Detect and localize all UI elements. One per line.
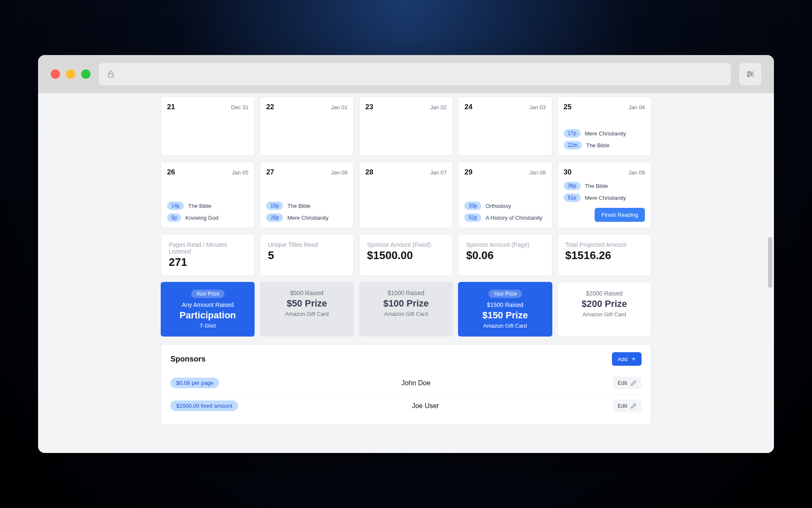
- minimize-window-button[interactable]: [66, 69, 75, 79]
- svg-point-6: [748, 75, 749, 77]
- prizes-grid: Your Prize Any Amount Raised Participati…: [161, 282, 651, 337]
- reading-title: Mere Christianity: [585, 195, 626, 201]
- prize-desc: Amazon Gift Card: [285, 311, 329, 317]
- day-number: 28: [365, 168, 373, 177]
- day-number: 29: [464, 168, 472, 177]
- prize-raised: Any Amount Raised: [182, 301, 234, 308]
- svg-rect-0: [108, 74, 113, 77]
- maximize-window-button[interactable]: [81, 69, 91, 79]
- reading-amount-pill: 15p: [266, 202, 283, 210]
- prize-card[interactable]: Your Prize $1500 Raised $150 Prize Amazo…: [458, 282, 552, 337]
- browser-settings-button[interactable]: [739, 63, 761, 85]
- prize-desc: Amazon Gift Card: [483, 323, 527, 329]
- add-label: Add: [618, 356, 628, 362]
- page-viewport[interactable]: 21 Dec 31 22 Jan 01 23 Jan 02 24 Jan 03: [38, 93, 774, 453]
- prize-card[interactable]: $2000 Raised $200 Prize Amazon Gift Card: [557, 282, 651, 337]
- calendar-cell[interactable]: 28 Jan 07: [359, 162, 453, 228]
- sliders-icon: [746, 69, 755, 79]
- edit-label: Edit: [618, 403, 627, 409]
- plus-icon: +: [632, 356, 636, 362]
- reading-amount-pill: 33p: [464, 202, 481, 210]
- prize-card[interactable]: $500 Raised $50 Prize Amazon Gift Card: [260, 282, 354, 337]
- reading-event[interactable]: 15p The Bible: [266, 202, 347, 210]
- prize-raised: $1000 Raised: [388, 290, 424, 296]
- day-number: 21: [167, 103, 175, 111]
- calendar-cell[interactable]: 24 Jan 03: [458, 97, 552, 156]
- stat-card: Sponsor Amount (Page) $0.06: [458, 234, 552, 276]
- calendar-cell[interactable]: 22 Jan 01: [260, 97, 354, 156]
- add-sponsor-button[interactable]: Add +: [612, 352, 642, 366]
- svg-point-5: [751, 73, 752, 75]
- edit-sponsor-button[interactable]: Edit: [613, 377, 642, 389]
- reading-event[interactable]: 52p A History of Christianity: [464, 213, 546, 222]
- prize-card[interactable]: Your Prize Any Amount Raised Participati…: [161, 282, 255, 337]
- reading-title: The Bible: [586, 142, 609, 149]
- your-prize-badge: Your Prize: [191, 290, 225, 298]
- close-window-button[interactable]: [51, 69, 60, 79]
- prize-card[interactable]: $1000 Raised $100 Prize Amazon Gift Card: [359, 282, 453, 337]
- day-date: Jan 02: [430, 104, 447, 110]
- reading-title: Mere Christianity: [585, 130, 626, 137]
- prize-desc: Amazon Gift Card: [582, 311, 626, 318]
- calendar-cell[interactable]: 26 Jan 05 14p The Bible 5p Knowing God: [161, 162, 255, 228]
- reading-amount-pill: 14p: [167, 202, 184, 210]
- prize-title: $150 Prize: [483, 310, 528, 321]
- reading-event[interactable]: 26p Mere Christianity: [266, 213, 347, 222]
- stat-label: Total Projected Amount: [565, 241, 643, 248]
- prize-raised: $500 Raised: [290, 290, 324, 296]
- sponsor-rate-pill: $0.06 per page: [170, 378, 219, 388]
- edit-sponsor-button[interactable]: Edit: [613, 400, 642, 412]
- reading-title: The Bible: [585, 183, 608, 189]
- stats-grid: Pages Read / Minutes Listened 271 Unique…: [161, 234, 651, 276]
- calendar-cell[interactable]: 21 Dec 31: [161, 97, 255, 156]
- day-number: 25: [564, 103, 572, 111]
- day-date: Dec 31: [231, 104, 248, 110]
- prize-raised: $1500 Raised: [487, 301, 523, 308]
- day-number: 26: [167, 168, 175, 177]
- main-content: 21 Dec 31 22 Jan 01 23 Jan 02 24 Jan 03: [161, 93, 651, 438]
- stat-card: Total Projected Amount $1516.26: [557, 234, 651, 276]
- stat-label: Unique Titles Read: [268, 241, 346, 248]
- reading-event[interactable]: 5p Knowing God: [167, 213, 248, 222]
- sponsor-name: John Doe: [401, 379, 431, 387]
- reading-event[interactable]: 22m The Bible: [564, 141, 645, 149]
- reading-event[interactable]: 14p The Bible: [167, 202, 248, 210]
- prize-title: Participation: [180, 310, 236, 321]
- edit-label: Edit: [618, 380, 627, 386]
- calendar-row-2: 26 Jan 05 14p The Bible 5p Knowing God 2…: [161, 162, 651, 228]
- scrollbar-thumb[interactable]: [768, 237, 772, 288]
- day-date: Jan 04: [628, 104, 645, 110]
- reading-amount-pill: 36p: [564, 182, 581, 190]
- sponsor-rate-pill: $1500.00 fixed amount: [170, 400, 238, 411]
- reading-amount-pill: 52p: [464, 213, 481, 222]
- day-date: Jan 03: [529, 104, 546, 110]
- reading-event[interactable]: 33p Orthodoxy: [464, 202, 546, 210]
- day-date: Jan 09: [628, 169, 645, 176]
- day-number: 24: [464, 103, 472, 111]
- reading-event[interactable]: 17p Mere Christianity: [564, 129, 645, 138]
- stat-label: Sponsor Amount (Page): [466, 241, 544, 248]
- pencil-icon: [631, 403, 636, 409]
- finish-reading-button[interactable]: Finish Reading: [595, 208, 645, 222]
- stat-card: Sponsor Amount (Fixed) $1500.00: [359, 234, 453, 276]
- stat-card: Pages Read / Minutes Listened 271: [161, 234, 255, 276]
- stat-label: Pages Read / Minutes Listened: [169, 241, 247, 255]
- calendar-cell[interactable]: 25 Jan 04 17p Mere Christianity 22m The …: [557, 97, 651, 156]
- reading-amount-pill: 22m: [564, 141, 582, 149]
- calendar-cell[interactable]: 29 Jan 08 33p Orthodoxy 52p A History of…: [458, 162, 552, 228]
- url-bar[interactable]: [99, 63, 731, 85]
- prize-title: $100 Prize: [383, 298, 429, 309]
- day-number: 27: [266, 168, 274, 177]
- window-controls: [51, 69, 91, 79]
- stat-card: Unique Titles Read 5: [260, 234, 354, 276]
- day-date: Jan 07: [430, 169, 447, 176]
- calendar-cell[interactable]: 23 Jan 02: [359, 97, 453, 156]
- calendar-cell[interactable]: 30 Jan 09 36p The Bible 51p Mere Christi…: [557, 162, 651, 228]
- sponsor-name: Joe User: [412, 402, 439, 410]
- stat-value: $1516.26: [565, 249, 643, 262]
- calendar-cell[interactable]: 27 Jan 06 15p The Bible 26p Mere Christi…: [260, 162, 354, 228]
- reading-event[interactable]: 51p Mere Christianity: [564, 193, 645, 202]
- browser-window: 21 Dec 31 22 Jan 01 23 Jan 02 24 Jan 03: [38, 55, 774, 453]
- reading-event[interactable]: 36p The Bible: [564, 182, 645, 190]
- prize-title: $50 Prize: [287, 298, 327, 309]
